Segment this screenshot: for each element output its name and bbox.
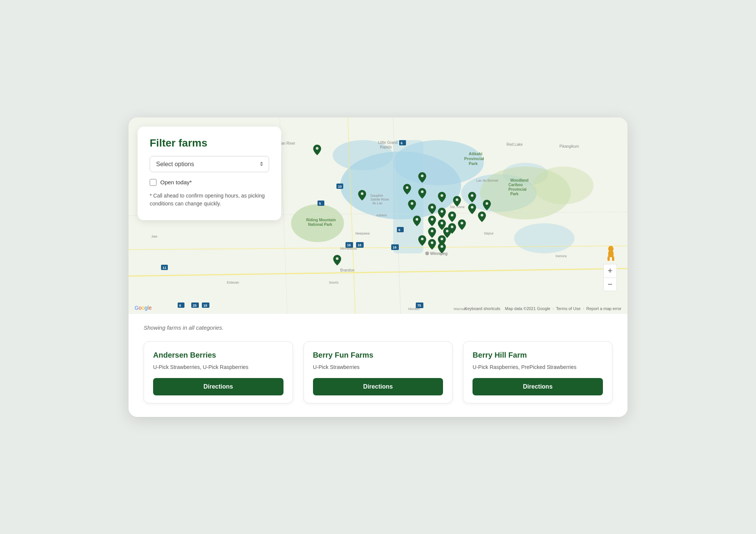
farms-grid: Andersen Berries U-Pick Strawberries, U-… <box>144 341 612 403</box>
farm-types: U-Pick Strawberries <box>313 363 443 371</box>
svg-text:6: 6 <box>179 304 181 307</box>
open-today-row: Open today* <box>150 179 269 186</box>
pegman-icon[interactable] <box>606 246 616 261</box>
svg-text:Lac du Bonnet: Lac du Bonnet <box>476 179 499 182</box>
svg-text:Kenora: Kenora <box>556 254 567 258</box>
svg-rect-110 <box>612 256 614 261</box>
report-map-error-link[interactable]: Report a map error <box>586 306 621 311</box>
keyboard-shortcuts-link[interactable]: Keyboard shortcuts <box>465 306 500 311</box>
svg-text:Park: Park <box>469 161 478 166</box>
svg-text:Jaw: Jaw <box>151 235 158 238</box>
filter-panel: Filter farms Select optionsStrawberriesR… <box>138 127 281 220</box>
google-attribution: Google <box>135 305 152 311</box>
map-section: Winnipeg Brandon Neepawa Minnedosa Souri… <box>129 117 627 314</box>
svg-text:Séjour: Séjour <box>484 232 494 235</box>
svg-rect-109 <box>607 256 610 261</box>
svg-text:16: 16 <box>393 245 397 249</box>
svg-point-17 <box>425 252 429 255</box>
svg-text:Sainte Rose: Sainte Rose <box>370 198 389 201</box>
farm-card: Andersen Berries U-Pick Strawberries, U-… <box>144 341 293 403</box>
open-today-checkbox[interactable] <box>150 179 156 186</box>
svg-text:Ashern: Ashern <box>376 213 387 217</box>
svg-text:16: 16 <box>358 243 361 247</box>
disclaimer-text: * Call ahead to confirm opening hours, a… <box>150 192 269 208</box>
farm-type-select[interactable]: Select optionsStrawberriesRaspberriesBlu… <box>150 156 269 172</box>
svg-text:6: 6 <box>401 141 403 145</box>
svg-text:10: 10 <box>338 185 342 188</box>
svg-text:18: 18 <box>203 304 207 307</box>
svg-text:Woodland: Woodland <box>510 178 528 182</box>
terms-of-use-link[interactable]: Terms of Use <box>556 306 581 311</box>
farm-name: Berry Fun Farms <box>313 351 443 360</box>
zoom-out-button[interactable]: − <box>603 278 617 291</box>
svg-text:Little Grand: Little Grand <box>378 140 398 145</box>
svg-text:Atikaki: Atikaki <box>469 151 482 156</box>
svg-text:Rapids: Rapids <box>380 145 392 149</box>
svg-text:11: 11 <box>163 266 166 270</box>
svg-text:Caribou: Caribou <box>508 183 523 187</box>
svg-text:Souris: Souris <box>329 281 339 284</box>
svg-text:National Park: National Park <box>308 222 332 227</box>
svg-text:Park: Park <box>510 192 519 196</box>
zoom-in-button[interactable]: + <box>603 264 617 278</box>
svg-text:Brandon: Brandon <box>340 268 355 272</box>
svg-text:Pikangikum: Pikangikum <box>559 144 579 148</box>
svg-text:75: 75 <box>417 304 421 307</box>
select-wrapper: Select optionsStrawberriesRaspberriesBlu… <box>150 156 269 172</box>
svg-text:16: 16 <box>347 243 351 247</box>
svg-point-107 <box>608 246 613 252</box>
filter-title: Filter farms <box>150 137 269 149</box>
directions-button[interactable]: Directions <box>313 378 443 395</box>
map-controls: + − <box>603 264 617 291</box>
showing-text: Showing farms in all categories. <box>144 324 612 331</box>
map-data-text: Map data ©2021 Google <box>505 306 550 311</box>
content-section: Showing farms in all categories. Anderse… <box>129 314 627 417</box>
svg-text:Estevan: Estevan <box>227 281 239 284</box>
svg-text:du Lac: du Lac <box>372 201 383 205</box>
svg-point-5 <box>514 223 575 253</box>
farm-name: Andersen Berries <box>153 351 284 360</box>
svg-point-3 <box>333 140 393 170</box>
svg-rect-108 <box>608 251 613 257</box>
svg-text:Riding Mountain: Riding Mountain <box>306 218 336 222</box>
svg-point-10 <box>533 167 593 204</box>
farm-card: Berry Fun Farms U-Pick Strawberries Dire… <box>304 341 453 403</box>
google-logo: Google <box>135 305 152 311</box>
main-card: Winnipeg Brandon Neepawa Minnedosa Souri… <box>129 117 627 417</box>
directions-button[interactable]: Directions <box>153 378 284 395</box>
svg-text:Provincial: Provincial <box>464 156 484 161</box>
svg-text:25: 25 <box>193 304 197 307</box>
open-today-label[interactable]: Open today* <box>160 179 192 185</box>
farm-name: Berry Hill Farm <box>472 351 603 360</box>
svg-text:Ste. Anne: Ste. Anne <box>450 205 465 209</box>
svg-text:Provincial: Provincial <box>508 187 527 191</box>
svg-text:5: 5 <box>319 202 321 205</box>
directions-button[interactable]: Directions <box>472 378 603 395</box>
svg-text:Winnipeg: Winnipeg <box>430 251 448 256</box>
svg-text:Red Lake: Red Lake <box>507 142 523 147</box>
farm-types: U-Pick Raspberries, PrePicked Strawberri… <box>472 363 603 371</box>
svg-text:Neepawa: Neepawa <box>355 232 370 235</box>
svg-text:Dauphin: Dauphin <box>370 194 383 198</box>
farm-card: Berry Hill Farm U-Pick Raspberries, PreP… <box>463 341 612 403</box>
svg-text:6: 6 <box>398 228 400 232</box>
map-footer-text: Keyboard shortcuts Map data ©2021 Google… <box>465 306 621 311</box>
farm-types: U-Pick Strawberries, U-Pick Raspberries <box>153 363 284 371</box>
